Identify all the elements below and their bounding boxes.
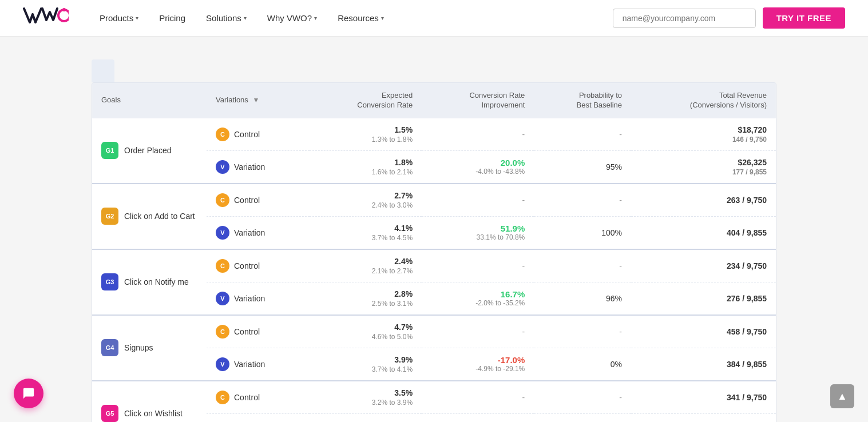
ecr-cell: 3.5%3.2% to 3.9% bbox=[310, 381, 422, 414]
scroll-top-button[interactable]: ▲ bbox=[830, 384, 854, 408]
ecr-cell: 2.8%2.5% to 3.1% bbox=[310, 282, 422, 315]
goal-name: Click on Add to Cart bbox=[124, 212, 195, 221]
col-goals: Goals bbox=[92, 83, 207, 118]
variation-name: Variation bbox=[234, 162, 265, 172]
svg-point-1 bbox=[62, 8, 66, 11]
top-bar bbox=[92, 48, 776, 82]
logo-text bbox=[23, 6, 69, 30]
variation-name: Variation bbox=[234, 294, 265, 303]
results-table: Goals Variations ▼ ExpectedConversion Ra… bbox=[92, 83, 776, 422]
nav-right: TRY IT FREE bbox=[613, 7, 845, 29]
variation-cell: C Control bbox=[207, 315, 310, 348]
table-row: G1 Order Placed C Control 1.5%1.3% to 1.… bbox=[92, 118, 776, 151]
nav-why-vwo[interactable]: Why VWO? ▾ bbox=[259, 9, 325, 27]
goal-badge: G2 bbox=[101, 208, 118, 225]
chevron-down-icon: ▾ bbox=[244, 15, 247, 21]
variation-cell: C Control bbox=[207, 184, 310, 217]
improvement-cell: - bbox=[422, 249, 534, 282]
revenue-cell: 404 / 9,855 bbox=[631, 216, 776, 249]
variation-name: Control bbox=[234, 393, 260, 402]
variation-cell: V Variation bbox=[207, 150, 310, 184]
nav-resources[interactable]: Resources ▾ bbox=[330, 9, 392, 27]
variation-cell: V Variation bbox=[207, 348, 310, 381]
revenue-cell: 276 / 9,855 bbox=[631, 282, 776, 315]
revenue-cell: 384 / 9,855 bbox=[631, 413, 776, 422]
revenue-cell: 263 / 9,750 bbox=[631, 184, 776, 217]
probability-cell: - bbox=[534, 118, 631, 151]
goal-name: Click on Wishlist bbox=[124, 409, 183, 418]
variation-badge: C bbox=[216, 193, 229, 207]
revenue-cell: 234 / 9,750 bbox=[631, 249, 776, 282]
probability-cell: 95% bbox=[534, 150, 631, 184]
variation-cell: C Control bbox=[207, 249, 310, 282]
col-ecr: ExpectedConversion Rate bbox=[310, 83, 422, 118]
col-revenue: Total Revenue(Conversions / Visitors) bbox=[631, 83, 776, 118]
revenue-cell: 384 / 9,855 bbox=[631, 348, 776, 381]
variation-name: Control bbox=[234, 327, 260, 336]
chevron-down-icon: ▾ bbox=[136, 15, 138, 21]
revenue-cell: 341 / 9,750 bbox=[631, 381, 776, 414]
navbar: Products ▾ Pricing Solutions ▾ Why VWO? … bbox=[0, 0, 868, 37]
improvement-cell: 16.7%-2.0% to -35.2% bbox=[422, 282, 534, 315]
improvement-cell: - bbox=[422, 184, 534, 217]
ecr-cell: 3.9%3.5% to 4.3% bbox=[310, 413, 422, 422]
email-field[interactable] bbox=[613, 9, 756, 28]
nav-products[interactable]: Products ▾ bbox=[92, 9, 146, 27]
nav-links: Products ▾ Pricing Solutions ▾ Why VWO? … bbox=[92, 9, 613, 27]
probability-cell: - bbox=[534, 249, 631, 282]
ecr-cell: 2.7%2.4% to 3.0% bbox=[310, 184, 422, 217]
goal-name: Signups bbox=[124, 343, 153, 352]
improvement-cell: -17.0%-4.9% to -29.1% bbox=[422, 348, 534, 381]
main-content: Goals Variations ▼ ExpectedConversion Ra… bbox=[0, 37, 868, 422]
improvement-cell: 20.0%-4.0% to -43.8% bbox=[422, 150, 534, 184]
goal-cell-G5: G5 Click on Wishlist bbox=[92, 381, 207, 422]
goal-badge: G5 bbox=[101, 405, 118, 422]
probability-cell: - bbox=[534, 184, 631, 217]
table-header-row: Goals Variations ▼ ExpectedConversion Ra… bbox=[92, 83, 776, 118]
goal-name: Order Placed bbox=[124, 146, 171, 155]
filter-icon[interactable]: ▼ bbox=[252, 96, 259, 104]
ecr-cell: 4.1%3.7% to 4.5% bbox=[310, 216, 422, 249]
goal-badge: G1 bbox=[101, 142, 118, 159]
variation-badge: C bbox=[216, 128, 229, 141]
variation-cell: C Control bbox=[207, 118, 310, 151]
variation-name: Variation bbox=[234, 228, 265, 237]
probability-cell: - bbox=[534, 381, 631, 414]
probability-cell: 0% bbox=[534, 348, 631, 381]
ecr-cell: 3.9%3.7% to 4.1% bbox=[310, 348, 422, 381]
ecr-cell: 2.4%2.1% to 2.7% bbox=[310, 249, 422, 282]
probability-cell: 96% bbox=[534, 282, 631, 315]
probability-cell: 100% bbox=[534, 216, 631, 249]
variation-name: Control bbox=[234, 261, 260, 270]
improvement-cell: - bbox=[422, 315, 534, 348]
variation-badge: C bbox=[216, 259, 229, 273]
variation-badge: V bbox=[216, 292, 229, 305]
nav-pricing[interactable]: Pricing bbox=[151, 9, 193, 27]
svg-point-0 bbox=[58, 10, 69, 21]
results-table-container: Goals Variations ▼ ExpectedConversion Ra… bbox=[92, 82, 776, 422]
chat-button[interactable] bbox=[14, 379, 43, 408]
chevron-up-icon: ▲ bbox=[837, 391, 847, 403]
table-row: G2 Click on Add to Cart C Control 2.7%2.… bbox=[92, 184, 776, 217]
logo[interactable] bbox=[23, 6, 69, 30]
improvement-cell: 11.4%-3.4% to -26.6% bbox=[422, 413, 534, 422]
revenue-cell: 458 / 9,750 bbox=[631, 315, 776, 348]
goal-badge: G3 bbox=[101, 273, 118, 290]
variation-badge: V bbox=[216, 357, 229, 371]
table-row: G3 Click on Notify me C Control 2.4%2.1%… bbox=[92, 249, 776, 282]
table-row: G4 Signups C Control 4.7%4.6% to 5.0%--4… bbox=[92, 315, 776, 348]
variation-badge: C bbox=[216, 391, 229, 404]
goal-cell-G2: G2 Click on Add to Cart bbox=[92, 184, 207, 249]
ecr-cell: 4.7%4.6% to 5.0% bbox=[310, 315, 422, 348]
probability-cell: 93% bbox=[534, 413, 631, 422]
goal-cell-G4: G4 Signups bbox=[92, 315, 207, 381]
variation-cell: V Variation bbox=[207, 282, 310, 315]
goal-badge: G4 bbox=[101, 339, 118, 356]
nav-solutions[interactable]: Solutions ▾ bbox=[198, 9, 255, 27]
chevron-down-icon: ▾ bbox=[381, 15, 384, 21]
variation-cell: V Variation bbox=[207, 413, 310, 422]
variation-badge: C bbox=[216, 325, 229, 339]
revenue-cell: $26,325177 / 9,855 bbox=[631, 150, 776, 184]
try-free-button[interactable]: TRY IT FREE bbox=[763, 7, 845, 29]
goal-cell-G1: G1 Order Placed bbox=[92, 118, 207, 184]
